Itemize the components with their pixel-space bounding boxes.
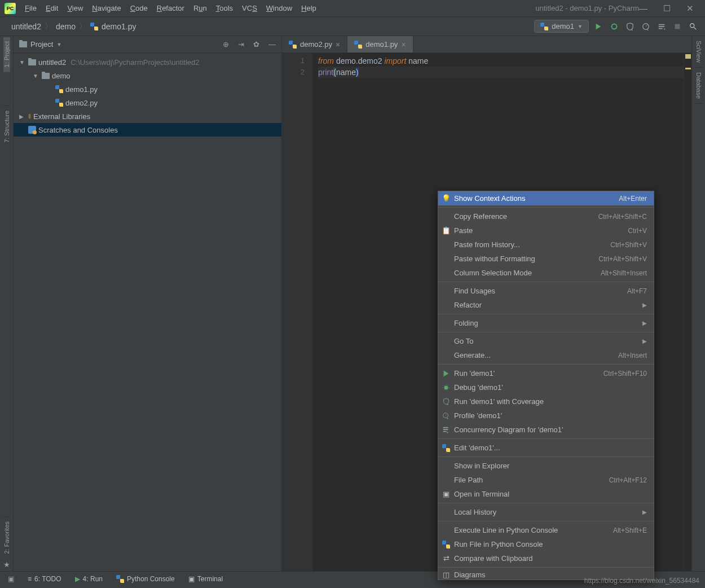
concurrency-icon[interactable]	[658, 23, 666, 30]
menu-edit[interactable]: Edit	[46, 4, 58, 12]
tree-external-libraries[interactable]: ▶ ⫴ External Libraries	[14, 109, 281, 123]
tool-structure-button[interactable]: 7: Structure	[3, 106, 10, 147]
cm-show-explorer[interactable]: Show in Explorer	[438, 459, 654, 473]
tab-demo2[interactable]: demo2.py ×	[282, 36, 347, 52]
tree-root[interactable]: ▼ untitled2 C:\Users\wdj\PycharmProjects…	[14, 55, 281, 69]
collapse-arrow-icon[interactable]: ▼	[19, 59, 26, 65]
tree-label: demo2.py	[65, 99, 98, 107]
breadcrumb-file[interactable]: demo1.py	[102, 22, 136, 31]
cm-goto[interactable]: Go To▶	[438, 334, 654, 348]
maximize-icon[interactable]: ☐	[663, 3, 671, 14]
chevron-down-icon: ▼	[578, 24, 583, 29]
bottom-todo-button[interactable]: ≡6: TODO	[28, 575, 61, 583]
cm-local-history[interactable]: Local History▶	[438, 505, 654, 519]
project-panel-header: Project ▼ ⊕ ⇥ ✿ —	[14, 36, 281, 53]
menu-help[interactable]: Help	[301, 4, 316, 12]
cm-debug[interactable]: Debug 'demo1'	[438, 380, 654, 394]
error-stripe	[684, 53, 691, 571]
cm-paste-without-formatting[interactable]: Paste without FormattingCtrl+Alt+Shift+V	[438, 252, 654, 266]
tool-window-icon[interactable]: ▣	[8, 575, 14, 583]
cm-open-terminal[interactable]: ▣Open in Terminal	[438, 487, 654, 501]
cm-concurrency[interactable]: Concurrency Diagram for 'demo1'	[438, 423, 654, 437]
bottom-terminal-button[interactable]: ▣Terminal	[188, 575, 223, 583]
tool-project-button[interactable]: 1: Project	[3, 36, 10, 72]
coverage-icon[interactable]	[626, 23, 634, 30]
menu-navigate[interactable]: Navigate	[92, 4, 121, 12]
tab-demo1[interactable]: demo1.py ×	[347, 36, 413, 52]
editor-context-menu: 💡 Show Context Actions Alt+Enter Copy Re…	[438, 191, 654, 580]
cm-file-path[interactable]: File PathCtrl+Alt+F12	[438, 473, 654, 487]
cm-run-file-console[interactable]: Run File in Python Console	[438, 537, 654, 551]
locate-icon[interactable]: ⊕	[223, 40, 229, 49]
cm-folding[interactable]: Folding▶	[438, 316, 654, 330]
python-file-icon	[90, 23, 98, 30]
python-file-icon	[354, 41, 362, 49]
search-icon[interactable]	[689, 23, 697, 30]
tree-folder-demo[interactable]: ▼ demo	[14, 69, 281, 82]
editor-tabs: demo2.py × demo1.py ×	[282, 36, 691, 53]
separator	[438, 521, 654, 521]
debug-icon[interactable]	[610, 23, 618, 30]
tree-file-demo1[interactable]: demo1.py	[14, 82, 281, 96]
cm-generate[interactable]: Generate...Alt+Insert	[438, 348, 654, 362]
menu-tools[interactable]: Tools	[216, 4, 233, 12]
menu-refactor[interactable]: Refactor	[157, 4, 184, 12]
cm-run[interactable]: Run 'demo1'Ctrl+Shift+F10	[438, 366, 654, 380]
svg-point-3	[690, 23, 694, 27]
breadcrumb-folder[interactable]: demo	[56, 22, 76, 31]
bottom-console-button[interactable]: Python Console	[116, 575, 175, 583]
cm-copy-reference[interactable]: Copy ReferenceCtrl+Alt+Shift+C	[438, 209, 654, 223]
menu-vcs[interactable]: VCS	[242, 4, 257, 12]
separator	[438, 503, 654, 503]
hide-icon[interactable]: —	[268, 40, 276, 49]
menu-run[interactable]: Run	[193, 4, 207, 12]
cm-paste-history[interactable]: Paste from History...Ctrl+Shift+V	[438, 238, 654, 252]
gear-icon[interactable]: ✿	[253, 40, 259, 49]
breadcrumb-root[interactable]: untitled2	[11, 22, 41, 31]
right-tool-stripe: SciView Database	[691, 36, 705, 571]
collapse-icon[interactable]: ⇥	[238, 40, 244, 49]
warning-marker[interactable]	[685, 54, 691, 59]
cm-refactor[interactable]: Refactor▶	[438, 298, 654, 312]
collapse-arrow-icon[interactable]: ▼	[33, 73, 39, 79]
profile-icon[interactable]	[642, 23, 650, 30]
tab-label: demo2.py	[300, 40, 332, 49]
tree-file-demo2[interactable]: demo2.py	[14, 96, 281, 109]
tool-database-button[interactable]: Database	[695, 68, 702, 104]
cm-compare-clipboard[interactable]: ⇄Compare with Clipboard	[438, 551, 654, 565]
run-config-selector[interactable]: demo1 ▼	[534, 20, 589, 33]
menu-view[interactable]: View	[67, 4, 83, 12]
breadcrumb: untitled2 〉 demo 〉 demo1.py	[0, 21, 136, 32]
cm-show-context-actions[interactable]: 💡 Show Context Actions Alt+Enter	[438, 191, 654, 205]
folder-icon	[28, 59, 36, 65]
cm-coverage[interactable]: Run 'demo1' with Coverage	[438, 394, 654, 409]
stop-icon[interactable]	[673, 23, 681, 30]
line-gutter: 1 2	[282, 53, 312, 571]
minimize-icon[interactable]: —	[639, 3, 647, 14]
tool-sciview-button[interactable]: SciView	[695, 36, 702, 68]
chevron-right-icon: 〉	[79, 21, 87, 32]
chevron-down-icon[interactable]: ▼	[56, 42, 61, 47]
run-icon[interactable]	[594, 23, 602, 30]
cm-execute-line[interactable]: Execute Line in Python ConsoleAlt+Shift+…	[438, 523, 654, 537]
panel-title: Project	[30, 40, 53, 49]
close-tab-icon[interactable]: ×	[336, 40, 340, 49]
menu-file[interactable]: File	[25, 4, 37, 12]
expand-arrow-icon[interactable]: ▶	[19, 113, 26, 120]
bottom-run-button[interactable]: ▶4: Run	[75, 575, 103, 583]
close-icon[interactable]: ✕	[686, 3, 694, 14]
cm-paste[interactable]: 📋PasteCtrl+V	[438, 223, 654, 238]
menu-code[interactable]: Code	[130, 4, 148, 12]
profile-icon	[442, 411, 451, 420]
separator	[438, 282, 654, 282]
tool-favorites-button[interactable]: 2: Favorites	[3, 516, 10, 558]
cm-profile[interactable]: Profile 'demo1'	[438, 409, 654, 423]
menu-window[interactable]: Window	[266, 4, 292, 12]
warning-marker[interactable]	[685, 68, 691, 69]
run-icon	[442, 369, 451, 378]
tree-scratches[interactable]: Scratches and Consoles	[14, 123, 281, 137]
cm-edit-config[interactable]: Edit 'demo1'...	[438, 441, 654, 455]
cm-column-selection[interactable]: Column Selection ModeAlt+Shift+Insert	[438, 266, 654, 280]
close-tab-icon[interactable]: ×	[401, 40, 406, 49]
cm-find-usages[interactable]: Find UsagesAlt+F7	[438, 284, 654, 298]
